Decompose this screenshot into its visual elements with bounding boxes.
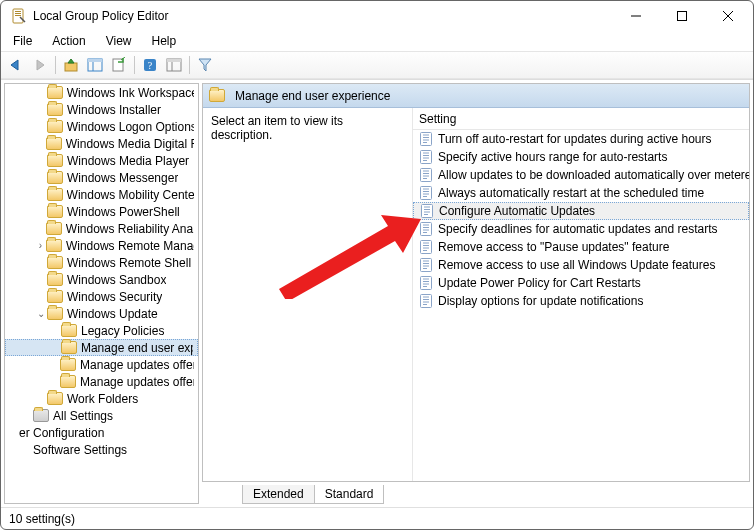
setting-label: Always automatically restart at the sche…	[438, 186, 704, 200]
setting-item[interactable]: Configure Automatic Updates	[413, 202, 749, 220]
tree-item[interactable]: ›Windows Remote Shell	[5, 254, 198, 271]
policy-icon	[419, 150, 433, 164]
policy-icon	[419, 132, 433, 146]
setting-item[interactable]: Update Power Policy for Cart Restarts	[413, 274, 749, 292]
setting-item[interactable]: Specify active hours range for auto-rest…	[413, 148, 749, 166]
tree-item[interactable]: ›Work Folders	[5, 390, 198, 407]
tab-standard[interactable]: Standard	[314, 485, 385, 504]
setting-item[interactable]: Always automatically restart at the sche…	[413, 184, 749, 202]
tree-item[interactable]: ›Windows Media Digital Rig	[5, 135, 198, 152]
setting-item[interactable]: Allow updates to be downloaded automatic…	[413, 166, 749, 184]
tree-pane[interactable]: ›Windows Ink Workspace›Windows Installer…	[4, 83, 199, 504]
tree-item[interactable]: ›er Configuration	[5, 424, 198, 441]
maximize-button[interactable]	[659, 1, 705, 31]
tree-item[interactable]: ›Software Settings	[5, 441, 198, 458]
up-button[interactable]	[60, 54, 82, 76]
menu-view[interactable]: View	[98, 33, 140, 49]
svg-rect-48	[421, 241, 432, 254]
window-title: Local Group Policy Editor	[33, 9, 168, 23]
setting-label: Allow updates to be downloaded automatic…	[438, 168, 749, 182]
svg-rect-8	[65, 63, 77, 71]
menu-help[interactable]: Help	[144, 33, 185, 49]
tree-item[interactable]: ›Windows Media Player	[5, 152, 198, 169]
menu-action[interactable]: Action	[44, 33, 93, 49]
folder-icon	[46, 137, 62, 150]
chevron-right-icon[interactable]: ›	[35, 240, 46, 251]
tree-item-label: Windows Media Digital Rig	[66, 137, 194, 151]
tree-item-label: Windows PowerShell	[67, 205, 180, 219]
export-button[interactable]	[108, 54, 130, 76]
svg-rect-5	[678, 12, 687, 21]
close-button[interactable]	[705, 1, 751, 31]
content-header: Manage end user experience	[203, 84, 749, 108]
tree-item[interactable]: ›Windows Messenger	[5, 169, 198, 186]
menu-file[interactable]: File	[5, 33, 40, 49]
settings-column-header[interactable]: Setting	[413, 108, 749, 130]
settings-icon	[33, 409, 49, 422]
setting-label: Display options for update notifications	[438, 294, 643, 308]
back-button[interactable]	[5, 54, 27, 76]
chevron-down-icon[interactable]: ⌄	[35, 308, 47, 319]
svg-rect-28	[421, 169, 432, 182]
tree-item[interactable]: ›All Settings	[5, 407, 198, 424]
tree-item-label: Manage updates offere	[80, 375, 194, 389]
folder-icon	[46, 239, 62, 252]
tree-item-label: Windows Update	[67, 307, 158, 321]
tree-item[interactable]: ›Windows PowerShell	[5, 203, 198, 220]
svg-rect-3	[15, 15, 21, 16]
svg-rect-53	[421, 259, 432, 272]
tree-item[interactable]: ›Windows Installer	[5, 101, 198, 118]
tree-item-label: Windows Security	[67, 290, 162, 304]
policy-icon	[420, 204, 434, 218]
policy-icon	[419, 168, 433, 182]
status-text: 10 setting(s)	[9, 512, 75, 526]
folder-icon	[47, 171, 63, 184]
tree-item[interactable]: ›Manage updates offere	[5, 356, 198, 373]
setting-item[interactable]: Remove access to "Pause updates" feature	[413, 238, 749, 256]
panes-button[interactable]	[84, 54, 106, 76]
tree-item[interactable]: ›Windows Remote Manage	[5, 237, 198, 254]
svg-rect-18	[421, 133, 432, 146]
tab-extended[interactable]: Extended	[242, 485, 315, 504]
tree-item[interactable]: ›Windows Mobility Center	[5, 186, 198, 203]
setting-item[interactable]: Specify deadlines for automatic updates …	[413, 220, 749, 238]
minimize-button[interactable]	[613, 1, 659, 31]
tree-item[interactable]: ›Windows Security	[5, 288, 198, 305]
tree-item[interactable]: ›Manage end user expe	[5, 339, 198, 356]
content-pane: Manage end user experience Select an ite…	[202, 83, 750, 504]
tree-item-label: er Configuration	[19, 426, 104, 440]
tree-item-label: Windows Media Player	[67, 154, 189, 168]
description-prompt: Select an item to view its description.	[211, 114, 343, 142]
tree-item-label: Manage updates offere	[80, 358, 194, 372]
filter-button[interactable]	[194, 54, 216, 76]
status-bar: 10 setting(s)	[1, 507, 753, 529]
tree-item-label: Windows Sandbox	[67, 273, 166, 287]
folder-icon	[61, 341, 77, 354]
tree-item-label: All Settings	[53, 409, 113, 423]
setting-item[interactable]: Turn off auto-restart for updates during…	[413, 130, 749, 148]
tree-item-label: Windows Mobility Center	[67, 188, 194, 202]
setting-item[interactable]: Display options for update notifications	[413, 292, 749, 310]
properties-button[interactable]	[163, 54, 185, 76]
policy-icon	[419, 222, 433, 236]
tree-item[interactable]: ›Windows Reliability Analys	[5, 220, 198, 237]
svg-rect-38	[422, 205, 433, 218]
forward-button[interactable]	[29, 54, 51, 76]
folder-icon	[47, 273, 63, 286]
tree-item[interactable]: ›Windows Logon Options	[5, 118, 198, 135]
tree-item-label: Windows Remote Shell	[67, 256, 191, 270]
tree-item-label: Legacy Policies	[81, 324, 164, 338]
tree-item[interactable]: ⌄Windows Update	[5, 305, 198, 322]
tree-item-label: Software Settings	[33, 443, 127, 457]
folder-icon	[47, 392, 63, 405]
tree-item[interactable]: ›Legacy Policies	[5, 322, 198, 339]
policy-icon	[419, 258, 433, 272]
help-button[interactable]: ?	[139, 54, 161, 76]
setting-item[interactable]: Remove access to use all Windows Update …	[413, 256, 749, 274]
tree-item-label: Windows Reliability Analys	[66, 222, 194, 236]
tree-item[interactable]: ›Windows Ink Workspace	[5, 84, 198, 101]
setting-label: Remove access to "Pause updates" feature	[438, 240, 669, 254]
svg-rect-33	[421, 187, 432, 200]
tree-item[interactable]: ›Windows Sandbox	[5, 271, 198, 288]
tree-item[interactable]: ›Manage updates offere	[5, 373, 198, 390]
